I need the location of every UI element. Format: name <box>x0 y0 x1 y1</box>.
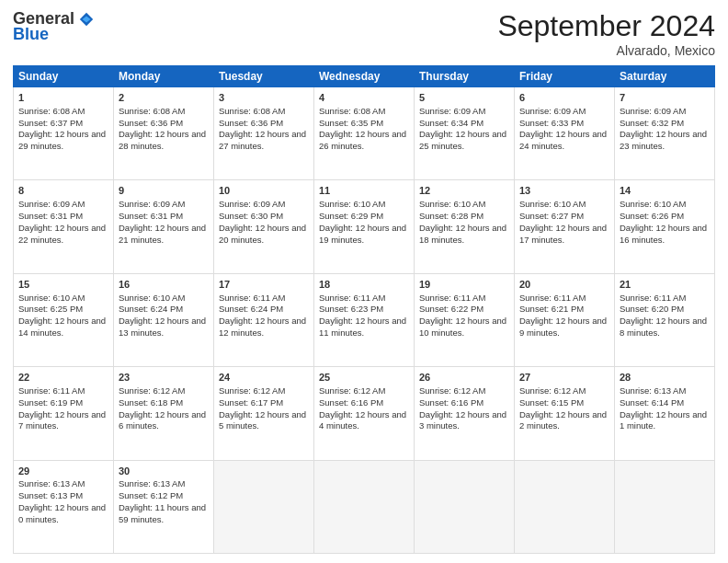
week-row-3: 15Sunrise: 6:10 AMSunset: 6:25 PMDayligh… <box>14 273 715 366</box>
sunrise-text: Sunrise: 6:09 AM <box>620 106 686 116</box>
sunrise-text: Sunrise: 6:11 AM <box>219 293 285 303</box>
day-cell-21: 21Sunrise: 6:11 AMSunset: 6:20 PMDayligh… <box>615 273 715 366</box>
sunrise-text: Sunrise: 6:12 AM <box>319 385 385 396</box>
daylight-text: Daylight: 12 hours and 23 minutes. <box>620 129 707 151</box>
day-header-monday: Monday <box>114 66 214 87</box>
day-cell-19: 19Sunrise: 6:11 AMSunset: 6:22 PMDayligh… <box>415 273 515 366</box>
day-number: 12 <box>419 184 509 198</box>
daylight-text: Daylight: 12 hours and 0 minutes. <box>18 502 106 524</box>
day-number: 10 <box>219 184 309 198</box>
daylight-text: Daylight: 12 hours and 19 minutes. <box>319 223 406 245</box>
header: General Blue September 2024 Alvarado, Me… <box>13 9 715 58</box>
daylight-text: Daylight: 12 hours and 11 minutes. <box>319 316 406 338</box>
empty-cell <box>415 460 515 553</box>
day-number: 18 <box>319 278 409 292</box>
sunset-text: Sunset: 6:36 PM <box>219 118 283 128</box>
day-number: 26 <box>419 371 509 385</box>
sunset-text: Sunset: 6:22 PM <box>419 304 483 314</box>
week-row-5: 29Sunrise: 6:13 AMSunset: 6:13 PMDayligh… <box>14 460 715 553</box>
sunrise-text: Sunrise: 6:12 AM <box>519 385 586 396</box>
sunrise-text: Sunrise: 6:09 AM <box>519 106 586 116</box>
title-block: September 2024 Alvarado, Mexico <box>497 9 715 58</box>
day-cell-2: 2Sunrise: 6:08 AMSunset: 6:36 PMDaylight… <box>114 87 214 180</box>
sunrise-text: Sunrise: 6:11 AM <box>18 385 85 396</box>
sunset-text: Sunset: 6:25 PM <box>18 304 83 314</box>
sunrise-text: Sunrise: 6:08 AM <box>219 106 285 116</box>
sunset-text: Sunset: 6:17 PM <box>219 397 283 408</box>
day-number: 15 <box>18 278 108 292</box>
sunrise-text: Sunrise: 6:13 AM <box>620 385 686 396</box>
week-row-1: 1Sunrise: 6:08 AMSunset: 6:37 PMDaylight… <box>14 87 715 180</box>
sunrise-text: Sunrise: 6:10 AM <box>119 293 185 303</box>
day-number: 7 <box>620 91 710 105</box>
day-number: 9 <box>119 184 209 198</box>
day-cell-29: 29Sunrise: 6:13 AMSunset: 6:13 PMDayligh… <box>14 460 114 553</box>
sunrise-text: Sunrise: 6:09 AM <box>219 199 285 209</box>
week-row-4: 22Sunrise: 6:11 AMSunset: 6:19 PMDayligh… <box>14 367 715 460</box>
day-cell-8: 8Sunrise: 6:09 AMSunset: 6:31 PMDaylight… <box>14 180 114 273</box>
daylight-text: Daylight: 12 hours and 6 minutes. <box>119 409 206 431</box>
daylight-text: Daylight: 12 hours and 8 minutes. <box>620 316 707 338</box>
sunset-text: Sunset: 6:37 PM <box>18 118 83 128</box>
daylight-text: Daylight: 12 hours and 16 minutes. <box>620 223 707 245</box>
day-cell-17: 17Sunrise: 6:11 AMSunset: 6:24 PMDayligh… <box>214 273 314 366</box>
day-number: 19 <box>419 278 509 292</box>
sunset-text: Sunset: 6:31 PM <box>119 211 183 221</box>
sunset-text: Sunset: 6:27 PM <box>519 211 584 221</box>
day-number: 3 <box>219 91 309 105</box>
day-cell-3: 3Sunrise: 6:08 AMSunset: 6:36 PMDaylight… <box>214 87 314 180</box>
logo-blue: Blue <box>13 25 49 44</box>
logo: General Blue <box>13 9 95 44</box>
day-cell-13: 13Sunrise: 6:10 AMSunset: 6:27 PMDayligh… <box>515 180 615 273</box>
logo-icon <box>78 11 95 28</box>
day-cell-27: 27Sunrise: 6:12 AMSunset: 6:15 PMDayligh… <box>515 367 615 460</box>
day-cell-28: 28Sunrise: 6:13 AMSunset: 6:14 PMDayligh… <box>615 367 715 460</box>
day-number: 21 <box>620 278 710 292</box>
sunrise-text: Sunrise: 6:10 AM <box>620 199 686 209</box>
sunset-text: Sunset: 6:15 PM <box>519 397 584 408</box>
calendar-header-row: SundayMondayTuesdayWednesdayThursdayFrid… <box>14 66 715 87</box>
day-number: 25 <box>319 371 409 385</box>
sunset-text: Sunset: 6:18 PM <box>119 397 183 408</box>
day-number: 11 <box>319 184 409 198</box>
daylight-text: Daylight: 12 hours and 29 minutes. <box>18 129 106 151</box>
day-number: 28 <box>620 371 710 385</box>
day-number: 6 <box>519 91 609 105</box>
sunrise-text: Sunrise: 6:13 AM <box>18 478 85 488</box>
day-number: 13 <box>519 184 609 198</box>
day-cell-16: 16Sunrise: 6:10 AMSunset: 6:24 PMDayligh… <box>114 273 214 366</box>
daylight-text: Daylight: 12 hours and 9 minutes. <box>519 316 607 338</box>
sunrise-text: Sunrise: 6:10 AM <box>18 293 85 303</box>
daylight-text: Daylight: 12 hours and 27 minutes. <box>219 129 306 151</box>
day-number: 4 <box>319 91 409 105</box>
day-number: 27 <box>519 371 609 385</box>
day-number: 8 <box>18 184 108 198</box>
daylight-text: Daylight: 12 hours and 4 minutes. <box>319 409 406 431</box>
sunset-text: Sunset: 6:14 PM <box>620 397 684 408</box>
daylight-text: Daylight: 12 hours and 5 minutes. <box>219 409 306 431</box>
day-cell-25: 25Sunrise: 6:12 AMSunset: 6:16 PMDayligh… <box>314 367 415 460</box>
day-number: 30 <box>119 465 209 478</box>
day-header-sunday: Sunday <box>14 66 114 87</box>
day-cell-20: 20Sunrise: 6:11 AMSunset: 6:21 PMDayligh… <box>515 273 615 366</box>
daylight-text: Daylight: 12 hours and 10 minutes. <box>419 316 506 338</box>
daylight-text: Daylight: 12 hours and 25 minutes. <box>419 129 506 151</box>
day-header-saturday: Saturday <box>615 66 715 87</box>
week-row-2: 8Sunrise: 6:09 AMSunset: 6:31 PMDaylight… <box>14 180 715 273</box>
day-cell-23: 23Sunrise: 6:12 AMSunset: 6:18 PMDayligh… <box>114 367 214 460</box>
daylight-text: Daylight: 12 hours and 12 minutes. <box>219 316 306 338</box>
empty-cell <box>214 460 314 553</box>
day-number: 29 <box>18 465 108 478</box>
sunset-text: Sunset: 6:20 PM <box>620 304 684 314</box>
day-cell-15: 15Sunrise: 6:10 AMSunset: 6:25 PMDayligh… <box>14 273 114 366</box>
sunset-text: Sunset: 6:30 PM <box>219 211 283 221</box>
daylight-text: Daylight: 12 hours and 26 minutes. <box>319 129 406 151</box>
page: General Blue September 2024 Alvarado, Me… <box>0 0 728 563</box>
day-cell-22: 22Sunrise: 6:11 AMSunset: 6:19 PMDayligh… <box>14 367 114 460</box>
day-cell-14: 14Sunrise: 6:10 AMSunset: 6:26 PMDayligh… <box>615 180 715 273</box>
day-cell-7: 7Sunrise: 6:09 AMSunset: 6:32 PMDaylight… <box>615 87 715 180</box>
daylight-text: Daylight: 12 hours and 2 minutes. <box>519 409 607 431</box>
sunrise-text: Sunrise: 6:09 AM <box>18 199 85 209</box>
day-number: 2 <box>119 91 209 105</box>
month-title: September 2024 <box>497 9 715 43</box>
